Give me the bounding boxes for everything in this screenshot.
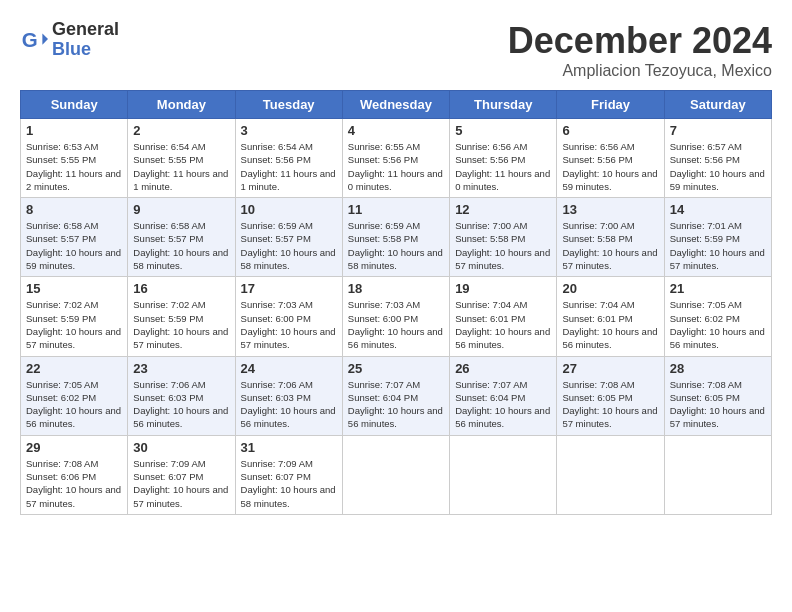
day-info: Sunrise: 6:54 AM Sunset: 5:55 PM Dayligh… xyxy=(133,140,229,193)
day-info: Sunrise: 7:03 AM Sunset: 6:00 PM Dayligh… xyxy=(241,298,337,351)
table-row: 19 Sunrise: 7:04 AM Sunset: 6:01 PM Dayl… xyxy=(450,277,557,356)
day-number: 7 xyxy=(670,123,766,138)
day-number: 25 xyxy=(348,361,444,376)
table-row: 31 Sunrise: 7:09 AM Sunset: 6:07 PM Dayl… xyxy=(235,435,342,514)
col-tuesday: Tuesday xyxy=(235,91,342,119)
day-info: Sunrise: 7:09 AM Sunset: 6:07 PM Dayligh… xyxy=(133,457,229,510)
table-row: 13 Sunrise: 7:00 AM Sunset: 5:58 PM Dayl… xyxy=(557,198,664,277)
day-number: 11 xyxy=(348,202,444,217)
day-number: 4 xyxy=(348,123,444,138)
day-info: Sunrise: 6:55 AM Sunset: 5:56 PM Dayligh… xyxy=(348,140,444,193)
table-row: 3 Sunrise: 6:54 AM Sunset: 5:56 PM Dayli… xyxy=(235,119,342,198)
table-row xyxy=(664,435,771,514)
title-block: December 2024 Ampliacion Tezoyuca, Mexic… xyxy=(508,20,772,80)
table-row: 28 Sunrise: 7:08 AM Sunset: 6:05 PM Dayl… xyxy=(664,356,771,435)
day-number: 31 xyxy=(241,440,337,455)
table-row: 20 Sunrise: 7:04 AM Sunset: 6:01 PM Dayl… xyxy=(557,277,664,356)
table-row: 27 Sunrise: 7:08 AM Sunset: 6:05 PM Dayl… xyxy=(557,356,664,435)
day-number: 24 xyxy=(241,361,337,376)
logo-text: General Blue xyxy=(52,20,119,60)
day-info: Sunrise: 7:08 AM Sunset: 6:05 PM Dayligh… xyxy=(562,378,658,431)
day-info: Sunrise: 6:56 AM Sunset: 5:56 PM Dayligh… xyxy=(455,140,551,193)
table-row: 2 Sunrise: 6:54 AM Sunset: 5:55 PM Dayli… xyxy=(128,119,235,198)
table-row: 12 Sunrise: 7:00 AM Sunset: 5:58 PM Dayl… xyxy=(450,198,557,277)
logo: G General Blue xyxy=(20,20,119,60)
day-info: Sunrise: 6:58 AM Sunset: 5:57 PM Dayligh… xyxy=(133,219,229,272)
col-monday: Monday xyxy=(128,91,235,119)
day-info: Sunrise: 7:00 AM Sunset: 5:58 PM Dayligh… xyxy=(455,219,551,272)
col-sunday: Sunday xyxy=(21,91,128,119)
day-info: Sunrise: 6:57 AM Sunset: 5:56 PM Dayligh… xyxy=(670,140,766,193)
day-number: 21 xyxy=(670,281,766,296)
table-row: 23 Sunrise: 7:06 AM Sunset: 6:03 PM Dayl… xyxy=(128,356,235,435)
day-info: Sunrise: 6:53 AM Sunset: 5:55 PM Dayligh… xyxy=(26,140,122,193)
table-row: 14 Sunrise: 7:01 AM Sunset: 5:59 PM Dayl… xyxy=(664,198,771,277)
day-number: 5 xyxy=(455,123,551,138)
calendar-row-3: 15 Sunrise: 7:02 AM Sunset: 5:59 PM Dayl… xyxy=(21,277,772,356)
day-info: Sunrise: 6:56 AM Sunset: 5:56 PM Dayligh… xyxy=(562,140,658,193)
day-info: Sunrise: 7:08 AM Sunset: 6:06 PM Dayligh… xyxy=(26,457,122,510)
day-number: 12 xyxy=(455,202,551,217)
table-row xyxy=(557,435,664,514)
day-info: Sunrise: 7:02 AM Sunset: 5:59 PM Dayligh… xyxy=(133,298,229,351)
table-row xyxy=(450,435,557,514)
location-subtitle: Ampliacion Tezoyuca, Mexico xyxy=(508,62,772,80)
day-info: Sunrise: 7:06 AM Sunset: 6:03 PM Dayligh… xyxy=(241,378,337,431)
table-row: 11 Sunrise: 6:59 AM Sunset: 5:58 PM Dayl… xyxy=(342,198,449,277)
day-info: Sunrise: 7:00 AM Sunset: 5:58 PM Dayligh… xyxy=(562,219,658,272)
day-number: 28 xyxy=(670,361,766,376)
day-number: 16 xyxy=(133,281,229,296)
day-info: Sunrise: 7:03 AM Sunset: 6:00 PM Dayligh… xyxy=(348,298,444,351)
day-info: Sunrise: 7:01 AM Sunset: 5:59 PM Dayligh… xyxy=(670,219,766,272)
day-info: Sunrise: 7:04 AM Sunset: 6:01 PM Dayligh… xyxy=(455,298,551,351)
calendar-header-row: Sunday Monday Tuesday Wednesday Thursday… xyxy=(21,91,772,119)
table-row: 25 Sunrise: 7:07 AM Sunset: 6:04 PM Dayl… xyxy=(342,356,449,435)
svg-text:G: G xyxy=(22,27,38,50)
day-number: 6 xyxy=(562,123,658,138)
table-row: 21 Sunrise: 7:05 AM Sunset: 6:02 PM Dayl… xyxy=(664,277,771,356)
month-title: December 2024 xyxy=(508,20,772,62)
day-number: 15 xyxy=(26,281,122,296)
table-row: 29 Sunrise: 7:08 AM Sunset: 6:06 PM Dayl… xyxy=(21,435,128,514)
table-row: 1 Sunrise: 6:53 AM Sunset: 5:55 PM Dayli… xyxy=(21,119,128,198)
table-row: 7 Sunrise: 6:57 AM Sunset: 5:56 PM Dayli… xyxy=(664,119,771,198)
day-info: Sunrise: 7:06 AM Sunset: 6:03 PM Dayligh… xyxy=(133,378,229,431)
day-info: Sunrise: 6:59 AM Sunset: 5:58 PM Dayligh… xyxy=(348,219,444,272)
day-info: Sunrise: 7:05 AM Sunset: 6:02 PM Dayligh… xyxy=(670,298,766,351)
day-info: Sunrise: 6:58 AM Sunset: 5:57 PM Dayligh… xyxy=(26,219,122,272)
day-number: 19 xyxy=(455,281,551,296)
day-info: Sunrise: 7:05 AM Sunset: 6:02 PM Dayligh… xyxy=(26,378,122,431)
logo-icon: G xyxy=(20,26,48,54)
day-number: 27 xyxy=(562,361,658,376)
day-info: Sunrise: 6:54 AM Sunset: 5:56 PM Dayligh… xyxy=(241,140,337,193)
table-row: 18 Sunrise: 7:03 AM Sunset: 6:00 PM Dayl… xyxy=(342,277,449,356)
table-row: 22 Sunrise: 7:05 AM Sunset: 6:02 PM Dayl… xyxy=(21,356,128,435)
day-number: 20 xyxy=(562,281,658,296)
table-row: 4 Sunrise: 6:55 AM Sunset: 5:56 PM Dayli… xyxy=(342,119,449,198)
day-number: 9 xyxy=(133,202,229,217)
calendar-row-4: 22 Sunrise: 7:05 AM Sunset: 6:02 PM Dayl… xyxy=(21,356,772,435)
day-number: 3 xyxy=(241,123,337,138)
day-info: Sunrise: 6:59 AM Sunset: 5:57 PM Dayligh… xyxy=(241,219,337,272)
table-row: 9 Sunrise: 6:58 AM Sunset: 5:57 PM Dayli… xyxy=(128,198,235,277)
col-thursday: Thursday xyxy=(450,91,557,119)
svg-marker-1 xyxy=(42,33,48,44)
table-row: 15 Sunrise: 7:02 AM Sunset: 5:59 PM Dayl… xyxy=(21,277,128,356)
table-row: 10 Sunrise: 6:59 AM Sunset: 5:57 PM Dayl… xyxy=(235,198,342,277)
day-number: 26 xyxy=(455,361,551,376)
col-wednesday: Wednesday xyxy=(342,91,449,119)
table-row: 26 Sunrise: 7:07 AM Sunset: 6:04 PM Dayl… xyxy=(450,356,557,435)
table-row: 8 Sunrise: 6:58 AM Sunset: 5:57 PM Dayli… xyxy=(21,198,128,277)
calendar-row-2: 8 Sunrise: 6:58 AM Sunset: 5:57 PM Dayli… xyxy=(21,198,772,277)
calendar-table: Sunday Monday Tuesday Wednesday Thursday… xyxy=(20,90,772,515)
day-number: 17 xyxy=(241,281,337,296)
day-info: Sunrise: 7:09 AM Sunset: 6:07 PM Dayligh… xyxy=(241,457,337,510)
day-number: 1 xyxy=(26,123,122,138)
day-info: Sunrise: 7:02 AM Sunset: 5:59 PM Dayligh… xyxy=(26,298,122,351)
day-number: 30 xyxy=(133,440,229,455)
day-number: 2 xyxy=(133,123,229,138)
day-info: Sunrise: 7:07 AM Sunset: 6:04 PM Dayligh… xyxy=(348,378,444,431)
day-info: Sunrise: 7:04 AM Sunset: 6:01 PM Dayligh… xyxy=(562,298,658,351)
day-number: 8 xyxy=(26,202,122,217)
col-friday: Friday xyxy=(557,91,664,119)
